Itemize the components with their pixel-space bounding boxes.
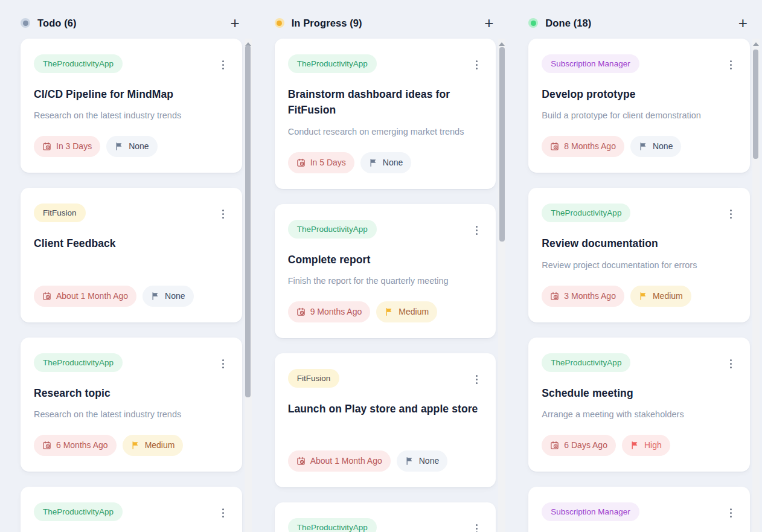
- task-card[interactable]: Subscription Manager Develop prototype B…: [528, 39, 750, 173]
- task-card[interactable]: TheProductivityApp Schedule meeting Arra…: [528, 338, 750, 472]
- due-date-label: About 1 Month Ago: [56, 290, 128, 302]
- due-date-badge: In 5 Days: [288, 152, 354, 173]
- due-date-badge: 8 Months Ago: [542, 136, 624, 157]
- due-date-label: In 5 Days: [310, 157, 346, 168]
- due-date-badge: About 1 Month Ago: [288, 450, 391, 472]
- card-menu-button[interactable]: [471, 57, 482, 73]
- card-menu-button[interactable]: [725, 206, 737, 222]
- priority-label: Medium: [145, 440, 175, 451]
- kebab-vertical-icon: [222, 60, 224, 62]
- card-description: [288, 424, 483, 437]
- card-menu-button[interactable]: [471, 521, 482, 532]
- task-card[interactable]: FitFusion Client Feedback About 1 Month …: [21, 188, 242, 322]
- kebab-vertical-icon: [730, 60, 732, 62]
- column-scrollbar[interactable]: [752, 39, 760, 532]
- card-title: Research topic: [34, 385, 229, 401]
- kebab-vertical-icon: [730, 359, 732, 361]
- calendar-clock-icon: [550, 441, 559, 450]
- card-title: Develop prototype: [542, 86, 737, 102]
- card-description: Research on the latest industry trends: [34, 109, 229, 123]
- card-badges: 8 Months Ago None: [542, 136, 737, 157]
- card-menu-button[interactable]: [217, 356, 229, 372]
- priority-badge: High: [622, 435, 670, 456]
- add-card-button[interactable]: +: [483, 17, 495, 29]
- card-menu-button[interactable]: [471, 222, 482, 239]
- calendar-clock-icon: [296, 457, 306, 466]
- card-badges: 9 Months Ago Medium: [288, 301, 483, 322]
- card-badges: 6 Months Ago Medium: [34, 435, 229, 456]
- task-card[interactable]: TheProductivityApp: [275, 502, 496, 532]
- scrollbar-thumb[interactable]: [245, 45, 251, 397]
- priority-label: Medium: [653, 290, 683, 302]
- card-menu-button[interactable]: [471, 371, 482, 388]
- project-tag: TheProductivityApp: [542, 204, 630, 222]
- scrollbar-thumb[interactable]: [753, 50, 758, 159]
- add-card-button[interactable]: +: [229, 17, 240, 29]
- card-menu-button[interactable]: [725, 57, 737, 73]
- project-tag: TheProductivityApp: [34, 54, 123, 73]
- card-menu-button[interactable]: [217, 206, 229, 222]
- add-card-button[interactable]: +: [737, 17, 749, 29]
- due-date-label: 6 Days Ago: [564, 440, 607, 451]
- priority-badge: None: [630, 136, 681, 157]
- card-menu-button[interactable]: [725, 505, 737, 521]
- column-status-dot: [528, 18, 538, 28]
- scrollbar-up-arrow-icon[interactable]: [753, 42, 759, 46]
- board-column-done: Done (18) + Subscription Manager Develop…: [508, 0, 762, 532]
- card-top-row: FitFusion: [288, 369, 483, 388]
- card-top-row: TheProductivityApp: [34, 54, 229, 73]
- column-scrollbar[interactable]: [498, 39, 505, 532]
- task-card[interactable]: TheProductivityApp CI/CD Pipeline for Mi…: [21, 39, 242, 173]
- column-status-dot: [275, 18, 284, 28]
- task-card[interactable]: TheProductivityApp Complete report Finis…: [275, 204, 496, 338]
- calendar-clock-icon: [296, 307, 306, 316]
- card-top-row: TheProductivityApp: [288, 518, 483, 532]
- project-tag: TheProductivityApp: [288, 518, 377, 532]
- board-column-todo: Todo (6) + TheProductivityApp CI/CD Pipe…: [0, 0, 254, 532]
- calendar-clock-icon: [42, 292, 51, 301]
- kebab-vertical-icon: [222, 210, 224, 211]
- card-title: Review documentation: [542, 236, 737, 251]
- column-cards: TheProductivityApp CI/CD Pipeline for Mi…: [21, 39, 242, 532]
- task-card[interactable]: Subscription Manager Prepare presentatio…: [528, 487, 750, 532]
- column-title: Todo (6): [37, 18, 77, 29]
- card-title: Complete report: [288, 252, 483, 268]
- task-card[interactable]: TheProductivityApp Research topic Resear…: [21, 338, 242, 472]
- project-tag: TheProductivityApp: [34, 502, 123, 521]
- task-card[interactable]: TheProductivityApp Review documentation …: [528, 188, 750, 322]
- card-description: Research on the latest industry trends: [34, 408, 229, 421]
- kebab-vertical-icon: [222, 359, 224, 361]
- flag-icon: [115, 142, 124, 151]
- due-date-label: 6 Months Ago: [56, 440, 108, 451]
- calendar-clock-icon: [550, 292, 559, 301]
- card-menu-button[interactable]: [725, 356, 737, 372]
- task-card[interactable]: TheProductivityApp Complete report: [21, 487, 242, 532]
- priority-badge: Medium: [123, 435, 184, 456]
- card-menu-button[interactable]: [217, 505, 229, 521]
- column-title: Done (18): [545, 18, 591, 29]
- project-tag: TheProductivityApp: [542, 353, 630, 372]
- column-header: Todo (6) +: [21, 14, 242, 31]
- priority-badge: Medium: [376, 301, 437, 322]
- scrollbar-thumb[interactable]: [499, 47, 505, 242]
- card-badges: About 1 Month Ago None: [288, 450, 483, 472]
- due-date-badge: About 1 Month Ago: [34, 286, 136, 307]
- flag-icon: [639, 292, 648, 301]
- calendar-clock-icon: [550, 142, 559, 151]
- card-menu-button[interactable]: [217, 57, 229, 73]
- priority-badge: Medium: [630, 286, 691, 307]
- card-badges: 6 Days Ago High: [542, 435, 737, 456]
- scrollbar-up-arrow-icon[interactable]: [499, 42, 505, 46]
- card-title: Client Feedback: [34, 236, 229, 251]
- column-scrollbar[interactable]: [245, 39, 252, 532]
- calendar-clock-icon: [42, 142, 51, 151]
- project-tag: TheProductivityApp: [288, 54, 377, 73]
- calendar-clock-icon: [296, 158, 306, 167]
- project-tag: TheProductivityApp: [288, 220, 377, 239]
- priority-label: None: [165, 290, 185, 302]
- priority-label: None: [419, 455, 439, 467]
- task-card[interactable]: FitFusion Launch on Play store and apple…: [275, 353, 496, 487]
- task-card[interactable]: TheProductivityApp Brainstorm dashboard …: [275, 39, 496, 189]
- priority-label: None: [129, 141, 149, 152]
- kebab-vertical-icon: [222, 508, 224, 510]
